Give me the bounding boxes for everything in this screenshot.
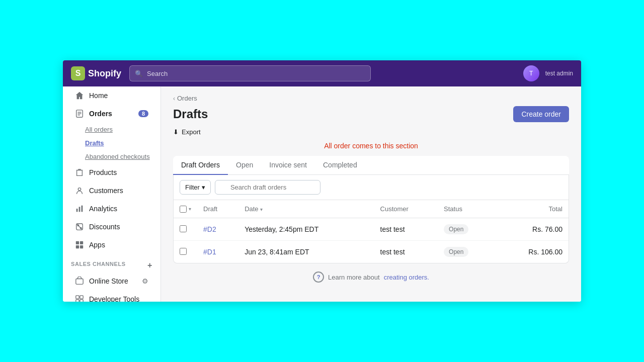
breadcrumb: ‹ Orders: [173, 95, 569, 102]
table-toolbar: Filter ▾ 🔍: [174, 175, 569, 200]
svg-rect-15: [76, 279, 83, 285]
table-row: #D1 Jun 23, 8:41am EDT test test Open Rs…: [174, 241, 569, 263]
filter-chevron-icon: ▾: [202, 184, 205, 191]
developer-tools-icon: [75, 295, 84, 302]
tabs: Draft Orders Open Invoice sent Completed: [173, 156, 569, 175]
draft-link-d1[interactable]: #D1: [203, 248, 216, 256]
svg-rect-5: [76, 209, 78, 212]
sidebar-analytics-label: Analytics: [89, 205, 117, 213]
search-bar[interactable]: 🔍 Search: [129, 65, 371, 81]
svg-rect-7: [82, 206, 83, 212]
sidebar-sub-drafts[interactable]: Drafts: [63, 136, 160, 150]
filter-label: Filter: [185, 184, 200, 191]
row1-customer: test test: [374, 218, 438, 241]
tab-open[interactable]: Open: [228, 156, 261, 175]
tabs-table-container: Draft Orders Open Invoice sent Completed: [173, 156, 569, 263]
select-all-checkbox[interactable]: [180, 206, 187, 213]
status-badge-d1: Open: [444, 247, 468, 257]
row1-checkbox[interactable]: [180, 225, 187, 232]
svg-rect-6: [79, 207, 80, 212]
row1-draft: #D2: [197, 218, 238, 241]
sidebar-products-label: Products: [89, 168, 117, 176]
svg-rect-12: [80, 241, 83, 244]
date-sort-icon: ▾: [260, 207, 263, 212]
sidebar-item-orders[interactable]: Orders 8: [67, 105, 156, 122]
draft-link-d2[interactable]: #D2: [203, 225, 216, 233]
apps-icon: [75, 240, 84, 249]
info-footer: ? Learn more about creating orders.: [173, 272, 569, 283]
row2-date: Jun 23, 8:41am EDT: [238, 241, 374, 263]
th-checkbox: ▾: [174, 200, 197, 218]
row1-status: Open: [438, 218, 496, 241]
page-header: Drafts Create order: [173, 106, 569, 122]
create-order-button[interactable]: Create order: [513, 106, 569, 122]
tab-draft-orders[interactable]: Draft Orders: [173, 156, 228, 175]
drafts-table: ▾ Draft Date ▾ Customer Stat: [174, 200, 569, 263]
sidebar-item-analytics[interactable]: Analytics: [67, 200, 156, 217]
sidebar-orders-label: Orders: [89, 110, 112, 118]
th-date[interactable]: Date ▾: [238, 200, 374, 218]
sidebar-item-apps[interactable]: Apps: [67, 236, 156, 253]
breadcrumb-chevron: ‹: [173, 95, 175, 102]
row2-status: Open: [438, 241, 496, 263]
shopify-logo-text: Shopify: [88, 68, 121, 79]
row2-checkbox-cell: [174, 241, 197, 263]
sidebar-online-store-label: Online Store: [89, 277, 128, 285]
content-area: ‹ Orders Drafts Create order ⬇ Export Al…: [161, 86, 581, 302]
th-total: Total: [496, 200, 569, 218]
avatar[interactable]: T: [523, 65, 539, 81]
top-nav: S Shopify 🔍 Search T test admin: [63, 60, 581, 86]
sidebar-sub-abandoned-checkouts[interactable]: Abandoned checkouts: [63, 150, 160, 163]
row1-checkbox-cell: [174, 218, 197, 241]
row2-draft: #D1: [197, 241, 238, 263]
sidebar-item-products[interactable]: Products: [67, 164, 156, 181]
sidebar-home-label: Home: [89, 92, 108, 100]
row2-checkbox[interactable]: [180, 248, 187, 255]
svg-rect-11: [76, 241, 79, 244]
add-sales-channel-button[interactable]: +: [147, 261, 152, 270]
row1-date: Yesterday, 2:45pm EDT: [238, 218, 374, 241]
search-placeholder-text: Search: [147, 70, 168, 77]
table-search-input[interactable]: [215, 180, 320, 195]
svg-rect-19: [80, 300, 83, 302]
nav-user-name: test admin: [545, 70, 573, 77]
main-layout: Home Orders 8 All orders Drafts: [63, 86, 581, 302]
tab-completed[interactable]: Completed: [315, 156, 365, 175]
sidebar-sub-all-orders[interactable]: All orders: [63, 123, 160, 136]
sidebar-item-discounts[interactable]: Discounts: [67, 218, 156, 235]
online-store-settings-icon[interactable]: ⚙: [142, 277, 148, 285]
sidebar-item-customers[interactable]: Customers: [67, 182, 156, 199]
avatar-initials: T: [529, 70, 533, 77]
nav-right: T test admin: [523, 65, 573, 81]
filter-button[interactable]: Filter ▾: [180, 180, 211, 195]
creating-orders-link[interactable]: creating orders.: [384, 274, 429, 281]
page-title: Drafts: [173, 107, 208, 121]
svg-rect-18: [76, 300, 79, 302]
export-icon: ⬇: [173, 128, 179, 136]
shopify-logo[interactable]: S Shopify: [71, 66, 121, 80]
svg-rect-14: [80, 245, 83, 248]
sidebar: Home Orders 8 All orders Drafts: [63, 86, 161, 302]
row2-customer: test test: [374, 241, 438, 263]
select-all-chevron: ▾: [189, 206, 191, 212]
table-card: Filter ▾ 🔍: [173, 175, 569, 263]
th-customer: Customer: [374, 200, 438, 218]
status-badge-d2: Open: [444, 224, 468, 234]
svg-rect-13: [76, 245, 79, 248]
svg-point-4: [78, 188, 80, 191]
tab-invoice-sent[interactable]: Invoice sent: [261, 156, 315, 175]
shopify-logo-icon: S: [71, 66, 85, 80]
sales-channels-header: SALES CHANNELS +: [63, 254, 160, 272]
export-button[interactable]: ⬇ Export: [173, 128, 569, 136]
row2-total: Rs. 106.00: [496, 241, 569, 263]
breadcrumb-link[interactable]: Orders: [177, 95, 197, 102]
sidebar-item-developer-tools[interactable]: Developer Tools: [67, 291, 156, 302]
online-store-icon: [75, 277, 84, 286]
sidebar-item-online-store[interactable]: Online Store ⚙: [67, 273, 156, 290]
discounts-icon: [75, 222, 84, 231]
export-label: Export: [182, 128, 201, 136]
alert-text: All order comes to this section: [173, 142, 569, 150]
sidebar-discounts-label: Discounts: [89, 223, 120, 231]
sidebar-item-home[interactable]: Home: [67, 87, 156, 104]
products-icon: [75, 168, 84, 177]
